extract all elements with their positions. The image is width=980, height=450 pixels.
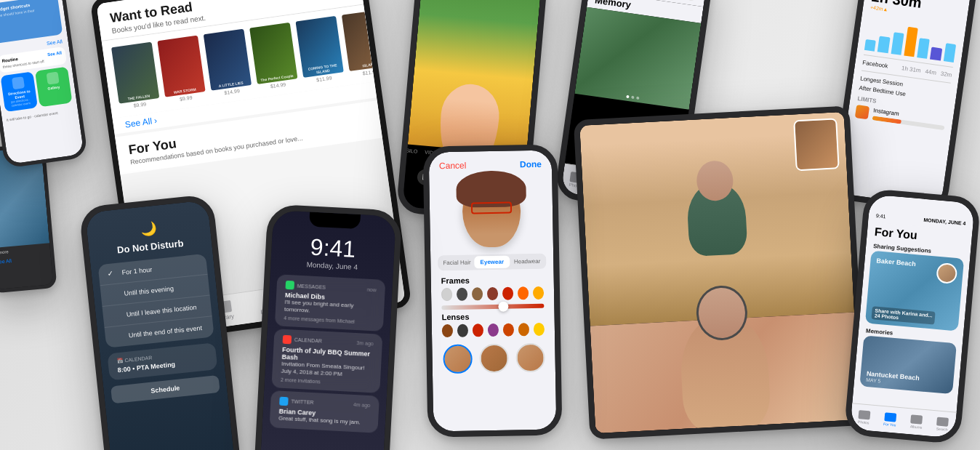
memoji-frames-title: Frames: [431, 269, 554, 289]
memoji-mini-1[interactable]: [443, 345, 473, 374]
memoji-cancel-btn[interactable]: Cancel: [439, 161, 467, 172]
pfy-memory-card[interactable]: Nantucket Beach MAY 5: [859, 335, 957, 394]
gallery-icon: [46, 72, 59, 85]
iphone-photos-foryou: 9:41 MONDAY, JUNE 4 For You Sharing Sugg…: [843, 188, 980, 445]
dnd-schedule-button[interactable]: Schedule: [111, 375, 220, 403]
book-item-2[interactable]: WAR STORM $9.99: [157, 36, 206, 104]
bar-5: [917, 38, 930, 59]
pfy-sharing-card[interactable]: Baker Beach Share with Karina and... 24 …: [865, 251, 964, 332]
notification-messages[interactable]: MESSAGES now Michael Dibs I'll see you b…: [275, 274, 386, 331]
facetime-secondary-video: [590, 312, 860, 433]
book-item-6[interactable]: ISLAND $11.99: [342, 9, 391, 78]
tab-facial-hair[interactable]: Facial Hair: [439, 256, 475, 269]
lens-color-dark[interactable]: [457, 324, 468, 337]
frame-color-orange[interactable]: [518, 286, 529, 300]
memoji-glasses: [470, 202, 511, 214]
dnd-menu: ✓ For 1 hour Until this evening Until I …: [97, 254, 214, 348]
pfy-photos-icon: [858, 410, 870, 419]
pfy-albums-icon: [911, 414, 923, 424]
pfy-tab-photos-label: Photos: [858, 419, 869, 425]
shortcuts-card-directions[interactable]: Directions to Event get directions · cal…: [0, 71, 38, 112]
book-cover-6: ISLAND: [342, 9, 390, 71]
pfy-memory-label: Nantucket Beach MAY 5: [866, 370, 920, 387]
empty-check-3: [113, 332, 123, 341]
pfy-tab-search[interactable]: Search: [936, 417, 949, 432]
book-title-6: ISLAND: [349, 60, 390, 70]
book-cover-1: THE FALLEN: [111, 42, 159, 104]
pfy-tab-albums-label: Albums: [910, 424, 923, 429]
memoji-category-tabs: Facial Hair Eyewear Headwear: [438, 254, 546, 271]
facetime-secondary-person: [590, 312, 860, 433]
dnd-location-label: Until I leave this location: [126, 303, 202, 318]
frame-color-silver[interactable]: [441, 288, 453, 301]
pfy-tabbar: Photos For You Albums Search: [850, 403, 957, 438]
notif-calendar-time: 3m ago: [356, 340, 374, 346]
bar-1: [864, 39, 876, 52]
frame-color-red[interactable]: [502, 287, 513, 300]
chevron-right-icon: ›: [153, 116, 158, 126]
iphone-x-notifications: 9:41 Monday, June 4 MESSAGES now Michael…: [253, 204, 403, 450]
memoji-head: [462, 181, 521, 247]
frame-color-yellow[interactable]: [533, 286, 544, 300]
pfy-tab-foryou[interactable]: For You: [883, 412, 897, 427]
camera-viewfinder: [408, 0, 543, 155]
st-facebook-time2: 44m: [925, 68, 937, 76]
memoji-mini-3[interactable]: [515, 343, 545, 373]
ipad-facetime: [574, 105, 867, 439]
dnd-screen: 🌙 Do Not Disturb ✓ For 1 hour Until this…: [85, 200, 236, 450]
lens-color-purple[interactable]: [488, 324, 499, 337]
iphone-memoji: Cancel Done Facial Hair Eyewear Headwear…: [423, 144, 563, 437]
tab-eyewear[interactable]: Eyewear: [474, 256, 510, 269]
notification-twitter[interactable]: TWITTER 4m ago Brian Carey Great stuff, …: [270, 390, 379, 433]
lens-color-orange[interactable]: [503, 323, 514, 336]
pfy-tab-search-label: Search: [936, 426, 948, 431]
lens-color-red[interactable]: [473, 324, 483, 337]
book-item-5[interactable]: COMING TO THE ISLAND $11.99: [296, 16, 345, 84]
bar-2: [877, 36, 890, 53]
ipad-small-left: 4 more See All: [0, 142, 57, 293]
dnd-1h-label: For 1 hour: [121, 261, 198, 276]
pfy-tab-photos[interactable]: Photos: [858, 410, 871, 425]
iphone-x-screen: 9:41 Monday, June 4 MESSAGES now Michael…: [259, 210, 396, 450]
pfy-date: MONDAY, JUNE 4: [923, 217, 965, 226]
facetime-person-head: [696, 160, 734, 202]
ipad-small-text: 4 more: [0, 249, 9, 255]
st-facebook-time1: 1h 31m: [901, 65, 921, 74]
book-cover-2: WAR STORM: [157, 36, 205, 97]
frame-color-brown[interactable]: [472, 287, 483, 300]
book-item-1[interactable]: THE FALLEN $9.99: [111, 42, 161, 111]
dot-1: [626, 95, 630, 99]
screentime-chart: [864, 14, 959, 63]
notif-twitter-app-name: TWITTER: [291, 399, 350, 407]
lens-color-amber[interactable]: [518, 323, 529, 336]
notif-calendar-app-name: CALENDAR: [294, 337, 354, 345]
memoji-done-btn[interactable]: Done: [520, 159, 542, 170]
facetime-self-thumb: [795, 119, 838, 169]
st-facebook-label: Facebook: [862, 60, 888, 70]
scene: 4 more See All widget shortcuts one shou…: [0, 0, 980, 450]
dnd-evening-label: Until this evening: [124, 282, 200, 297]
book-cover-5: COMING TO THE ISLAND: [296, 16, 344, 78]
memoji-mini-2[interactable]: [479, 344, 509, 374]
notif-messages-app-name: MESSAGES: [297, 283, 364, 292]
frame-color-darkred[interactable]: [487, 287, 498, 300]
book-item-3[interactable]: A LITTLE LIES $14.99: [204, 29, 253, 97]
photos-dots: [626, 95, 639, 100]
photos-expand-btn[interactable]: 36 ›: [684, 0, 699, 1]
frame-color-dark[interactable]: [457, 288, 467, 301]
tab-headwear[interactable]: Headwear: [510, 255, 545, 268]
screentime-screen: SCREEN TIME 2h 30m +42m▲ Facebook 1h 31m…: [837, 0, 973, 207]
messages-app-icon: [285, 281, 294, 290]
pfy-tab-albums[interactable]: Albums: [910, 414, 923, 429]
iphone-shortcuts: widget shortcuts one should have in thei…: [0, 0, 88, 169]
mode-silo: SILO: [406, 148, 418, 153]
notification-calendar[interactable]: CALENDAR 3m ago Fourth of July BBQ Summe…: [271, 329, 382, 393]
twitter-app-icon: [279, 396, 289, 406]
shortcuts-card-gallery[interactable]: Gallery: [35, 67, 73, 108]
empty-check: [109, 290, 119, 300]
calendar-app-icon: [283, 335, 292, 345]
lens-color-brown[interactable]: [442, 324, 453, 337]
book-item-4[interactable]: The Perfect Couple $14.99: [249, 23, 299, 91]
facetime-person-body: [686, 181, 748, 257]
lens-color-yellow[interactable]: [534, 323, 545, 336]
